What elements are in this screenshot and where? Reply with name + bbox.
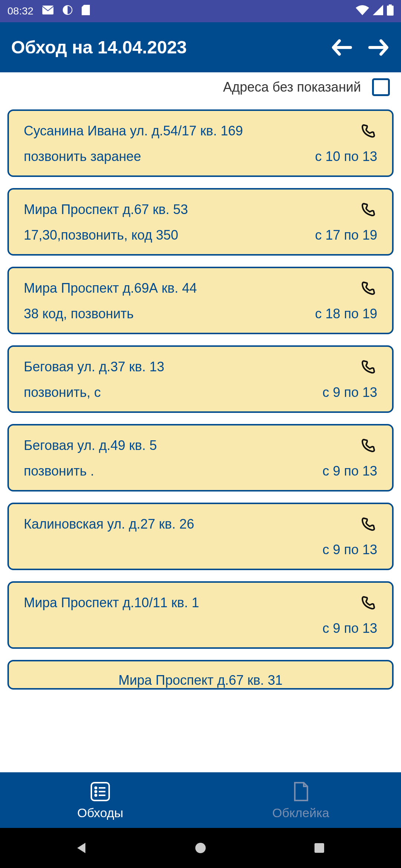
svg-rect-0 (42, 6, 53, 14)
phone-icon[interactable] (359, 515, 377, 533)
card-time: с 9 по 13 (322, 542, 377, 558)
phone-icon[interactable] (359, 201, 377, 218)
list-icon (89, 780, 111, 803)
wifi-icon (356, 5, 369, 18)
card-time: с 9 по 13 (322, 463, 377, 479)
card-address: Сусанина Ивана ул. д.54/17 кв. 169 (24, 123, 243, 139)
svg-rect-12 (314, 843, 324, 853)
card-address: Мира Проспект д.10/11 кв. 1 (24, 595, 199, 611)
card-note: 17,30,позвонить, код 350 (24, 227, 178, 243)
card-time: с 9 по 13 (322, 621, 377, 636)
status-left: 08:32 (7, 5, 90, 18)
header-nav (330, 36, 390, 59)
card-time: с 18 по 19 (315, 306, 377, 322)
phone-icon[interactable] (359, 122, 377, 140)
card-address: Беговая ул. д.49 кв. 5 (24, 438, 157, 453)
visit-card[interactable]: Беговая ул. д.37 кв. 13 позвонить, с с 9… (7, 345, 394, 413)
card-address: Мира Проспект д.69А кв. 44 (24, 280, 197, 296)
android-home[interactable] (191, 839, 210, 857)
sd-icon (82, 5, 90, 18)
visit-card[interactable]: Мира Проспект д.69А кв. 44 38 код, позво… (7, 267, 394, 334)
bottom-nav: Обходы Обклейка (0, 772, 401, 828)
nav-item-visits[interactable]: Обходы (0, 772, 200, 828)
visit-card[interactable]: Мира Проспект д.67 кв. 31 (7, 660, 394, 690)
filter-label: Адреса без показаний (223, 79, 361, 95)
svg-rect-2 (389, 4, 392, 6)
card-note: позвонить . (24, 463, 94, 479)
svg-point-9 (95, 795, 97, 796)
visit-list[interactable]: Сусанина Ивана ул. д.54/17 кв. 169 позво… (0, 102, 401, 772)
opera-icon (62, 5, 73, 18)
filter-checkbox[interactable] (372, 78, 390, 96)
card-note: 38 код, позвонить (24, 306, 134, 322)
card-note: позвонить, с (24, 385, 101, 400)
svg-point-7 (95, 791, 97, 792)
status-right (356, 4, 394, 18)
header-title: Обход на 14.04.2023 (11, 37, 187, 57)
svg-rect-3 (387, 6, 394, 16)
android-nav (0, 828, 401, 868)
svg-point-5 (95, 787, 97, 789)
status-time: 08:32 (7, 5, 33, 17)
prev-day-button[interactable] (330, 36, 353, 59)
visit-card[interactable]: Беговая ул. д.49 кв. 5 позвонить . с 9 п… (7, 424, 394, 491)
card-address: Мира Проспект д.67 кв. 31 (118, 673, 283, 688)
card-time: с 17 по 19 (315, 227, 377, 243)
card-address: Мира Проспект д.67 кв. 53 (24, 202, 188, 217)
nav-label: Обклейка (272, 806, 329, 820)
card-address: Беговая ул. д.37 кв. 13 (24, 359, 164, 375)
document-icon (290, 780, 312, 803)
card-address: Калиновская ул. д.27 кв. 26 (24, 516, 194, 532)
svg-point-11 (195, 843, 206, 853)
nav-label: Обходы (77, 806, 123, 820)
visit-card[interactable]: Мира Проспект д.67 кв. 53 17,30,позвонит… (7, 188, 394, 256)
visit-card[interactable]: Калиновская ул. д.27 кв. 26 с 9 по 13 (7, 503, 394, 570)
visit-card[interactable]: Сусанина Ивана ул. д.54/17 кв. 169 позво… (7, 109, 394, 177)
phone-icon[interactable] (359, 279, 377, 297)
next-day-button[interactable] (368, 36, 390, 59)
android-recent[interactable] (310, 839, 329, 857)
battery-icon (387, 4, 394, 18)
phone-icon[interactable] (359, 594, 377, 612)
nav-item-stickers[interactable]: Обклейка (200, 772, 401, 828)
card-time: с 10 по 13 (315, 149, 377, 164)
phone-icon[interactable] (359, 437, 377, 454)
status-bar: 08:32 (0, 0, 401, 22)
app-header: Обход на 14.04.2023 (0, 22, 401, 72)
mail-icon (42, 5, 53, 17)
card-time: с 9 по 13 (322, 385, 377, 400)
android-back[interactable] (72, 839, 91, 857)
signal-icon (373, 5, 383, 18)
card-note: позвонить заранее (24, 149, 141, 164)
visit-card[interactable]: Мира Проспект д.10/11 кв. 1 с 9 по 13 (7, 581, 394, 649)
filter-row: Адреса без показаний (0, 72, 401, 102)
phone-icon[interactable] (359, 358, 377, 376)
